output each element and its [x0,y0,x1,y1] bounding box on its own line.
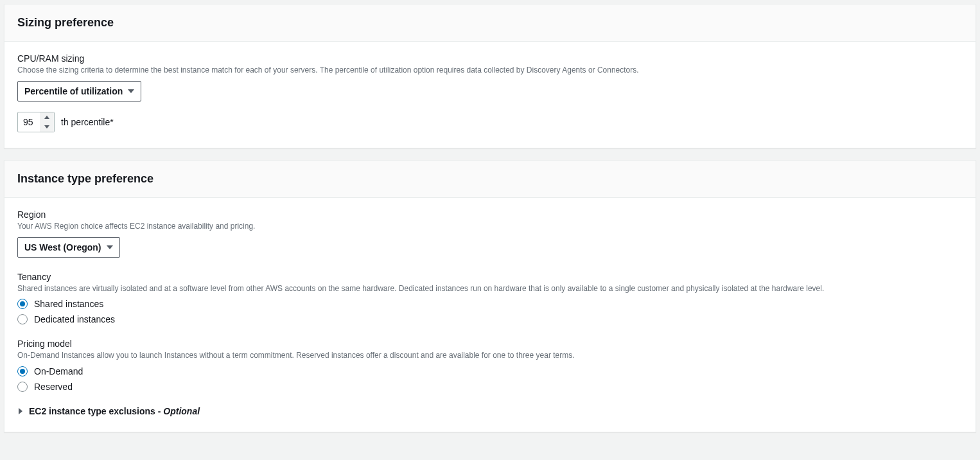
radio-icon [17,366,28,376]
instance-type-body: Region Your AWS Region choice affects EC… [4,198,976,432]
sizing-preference-body: CPU/RAM sizing Choose the sizing criteri… [4,42,976,148]
pricing-on-demand-label: On-Demand [34,366,83,376]
tenancy-group: Tenancy Shared instances are virtually i… [17,272,963,325]
caret-down-icon [128,88,134,94]
caret-down-icon [107,244,113,251]
tenancy-label: Tenancy [17,272,963,282]
ec2-exclusions-label: EC2 instance type exclusions - [29,406,163,416]
cpu-ram-sizing-select[interactable]: Percentile of utilization [17,81,141,102]
percentile-row: 95 th percentile* [17,112,963,132]
ec2-exclusions-optional: Optional [163,406,200,416]
tenancy-dedicated-radio[interactable]: Dedicated instances [17,314,963,324]
instance-type-panel: Instance type preference Region Your AWS… [4,160,976,432]
tenancy-shared-label: Shared instances [34,299,103,309]
percentile-suffix: th percentile* [61,117,114,127]
radio-icon [17,314,28,324]
sizing-preference-title: Sizing preference [17,16,963,30]
percentile-value: 95 [23,117,40,127]
region-group: Region Your AWS Region choice affects EC… [17,209,963,258]
instance-type-title: Instance type preference [17,172,963,186]
cpu-ram-group: CPU/RAM sizing Choose the sizing criteri… [17,53,963,132]
pricing-on-demand-radio[interactable]: On-Demand [17,366,963,376]
stepper-buttons [40,112,54,132]
pricing-reserved-radio[interactable]: Reserved [17,382,963,392]
pricing-reserved-label: Reserved [34,382,73,392]
chevron-up-icon [44,116,49,119]
percentile-step-down-button[interactable] [40,122,54,132]
pricing-group: Pricing model On-Demand Instances allow … [17,339,963,392]
cpu-ram-label: CPU/RAM sizing [17,53,963,64]
sizing-preference-panel: Sizing preference CPU/RAM sizing Choose … [4,4,976,148]
pricing-desc: On-Demand Instances allow you to launch … [17,350,963,361]
tenancy-dedicated-label: Dedicated instances [34,314,115,324]
caret-right-icon [17,408,24,414]
instance-type-header: Instance type preference [4,161,976,198]
region-select[interactable]: US West (Oregon) [17,237,120,258]
region-desc: Your AWS Region choice affects EC2 insta… [17,221,963,232]
pricing-label: Pricing model [17,339,963,349]
chevron-down-icon [44,125,49,128]
percentile-step-up-button[interactable] [40,112,54,122]
radio-icon [17,382,28,392]
percentile-stepper[interactable]: 95 [17,112,55,132]
sizing-preference-header: Sizing preference [4,4,976,42]
ec2-exclusions-toggle[interactable]: EC2 instance type exclusions - Optional [17,406,963,416]
radio-icon [17,299,28,309]
cpu-ram-desc: Choose the sizing criteria to determine … [17,65,963,76]
cpu-ram-sizing-value: Percentile of utilization [24,86,123,96]
region-value: US West (Oregon) [24,242,101,252]
tenancy-desc: Shared instances are virtually isolated … [17,283,963,294]
region-label: Region [17,209,963,220]
tenancy-shared-radio[interactable]: Shared instances [17,299,963,309]
ec2-exclusions-title: EC2 instance type exclusions - Optional [29,406,200,416]
